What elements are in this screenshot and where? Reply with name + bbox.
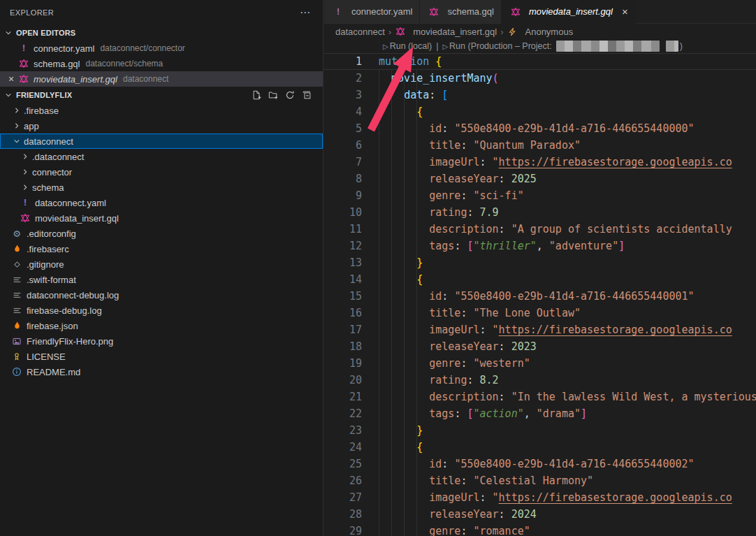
code-line-21[interactable]: 21 description: "In the lawless Wild Wes… <box>324 389 756 405</box>
breadcrumb-item[interactable]: dataconnect <box>335 27 385 37</box>
tab-label: schema.gql <box>447 6 493 17</box>
flame-icon <box>11 243 22 254</box>
close-icon[interactable]: × <box>622 6 628 17</box>
code-line-29[interactable]: 29 genre: "romance" <box>324 523 756 536</box>
code-line-10[interactable]: 10 rating: 7.9 <box>324 204 756 221</box>
open-editors-header[interactable]: OPEN EDITORS <box>0 24 323 41</box>
code-editor[interactable]: 1mutation {2 movie_insertMany(3 data: [4… <box>324 53 756 536</box>
code-line-22[interactable]: 22 tags: ["action", "drama"] <box>324 405 756 422</box>
refresh-icon[interactable] <box>285 90 295 100</box>
breadcrumb-item[interactable]: moviedata_insert.gql <box>395 26 497 37</box>
tree-item-dataconnect[interactable]: dataconnect <box>0 133 323 149</box>
url-link[interactable]: https://firebasestorage.googleapis.co <box>499 491 732 504</box>
code-line-11[interactable]: 11 description: "A group of scientists a… <box>324 221 756 238</box>
code-line-8[interactable]: 8 releaseYear: 2025 <box>324 171 756 187</box>
line-number: 20 <box>324 372 362 389</box>
redacted-project-name <box>556 41 660 52</box>
tree-item--dataconnect[interactable]: .dataconnect <box>0 149 323 164</box>
image-icon <box>11 335 22 347</box>
line-number: 19 <box>324 355 362 372</box>
tree-item-dataconnect-yaml[interactable]: !dataconnect.yaml <box>0 195 323 210</box>
code-line-5[interactable]: 5 id: "550e8400-e29b-41d4-a716-446655440… <box>324 120 756 137</box>
code-line-26[interactable]: 26 title: "Celestial Harmony" <box>324 472 756 489</box>
operation-icon <box>507 26 518 37</box>
more-actions-icon[interactable]: ⋯ <box>297 6 313 19</box>
tree-item-name: dataconnect <box>24 136 73 147</box>
open-editor-item[interactable]: ×moviedata_insert.gqldataconnect <box>0 71 323 87</box>
code-line-18[interactable]: 18 releaseYear: 2023 <box>324 338 756 355</box>
code-line-17[interactable]: 17 imageUrl: "https://firebasestorage.go… <box>324 321 756 338</box>
tree-item--swift-format[interactable]: .swift-format <box>0 272 323 287</box>
tree-item-dataconnect-debug-log[interactable]: dataconnect-debug.log <box>0 287 323 303</box>
code-line-13[interactable]: 13 } <box>324 254 756 271</box>
tree-item--gitignore[interactable]: .gitignore <box>0 256 323 272</box>
project-label: FRIENDLYFLIX <box>16 91 72 99</box>
run-production-link[interactable]: ▷Run (Production – Project:) <box>442 41 682 52</box>
tab-moviedata-insert-gql[interactable]: moviedata_insert.gql× <box>502 0 636 24</box>
open-editor-item[interactable]: schema.gqldataconnect/schema <box>0 56 323 71</box>
code-line-25[interactable]: 25 id: "550e8400-e29b-41d4-a716-44665544… <box>324 456 756 472</box>
new-folder-icon[interactable] <box>268 90 278 100</box>
run-local-link[interactable]: ▷Run (local) <box>383 41 432 51</box>
tree-item-firebase-debug-log[interactable]: firebase-debug.log <box>0 303 323 318</box>
tree-item--firebase[interactable]: .firebase <box>0 103 323 118</box>
url-link[interactable]: https://firebasestorage.googleapis.co <box>499 324 732 336</box>
code-line-4[interactable]: 4 { <box>324 103 756 120</box>
code-line-2[interactable]: 2 movie_insertMany( <box>324 70 756 87</box>
url-link[interactable]: https://firebasestorage.googleapis.co <box>499 156 732 168</box>
code-text: rating: 8.2 <box>362 372 499 389</box>
tree-item-readme-md[interactable]: README.md <box>0 364 323 379</box>
code-line-24[interactable]: 24 { <box>324 439 756 456</box>
tab-schema-gql[interactable]: schema.gql <box>420 0 501 24</box>
tree-item-license[interactable]: LICENSE <box>0 349 323 364</box>
code-text: releaseYear: 2023 <box>362 338 537 355</box>
codelens-separator: | <box>436 41 438 51</box>
code-line-12[interactable]: 12 tags: ["thriller", "adventure"] <box>324 238 756 254</box>
code-line-14[interactable]: 14 { <box>324 271 756 288</box>
new-file-icon[interactable] <box>252 90 261 100</box>
close-icon[interactable]: × <box>4 73 18 85</box>
tree-item-connector[interactable]: connector <box>0 164 323 180</box>
project-section-header[interactable]: FRIENDLYFLIX <box>0 87 323 103</box>
code-line-3[interactable]: 3 data: [ <box>324 87 756 103</box>
git-icon <box>11 259 22 270</box>
tree-item-firebase-json[interactable]: firebase.json <box>0 318 323 333</box>
code-line-23[interactable]: 23 } <box>324 422 756 439</box>
tree-item-friendlyflix-hero-png[interactable]: FriendlyFlix-Hero.png <box>0 333 323 349</box>
tree-item--firebaserc[interactable]: .firebaserc <box>0 241 323 256</box>
code-text: genre: "western" <box>362 355 530 372</box>
tree-item-moviedata-insert-gql[interactable]: moviedata_insert.gql <box>0 210 323 226</box>
code-line-20[interactable]: 20 rating: 8.2 <box>324 372 756 389</box>
breadcrumb-item[interactable]: Anonymous <box>507 26 574 37</box>
tree-item-name: schema <box>32 182 64 193</box>
code-line-15[interactable]: 15 id: "550e8400-e29b-41d4-a716-44665544… <box>324 288 756 305</box>
code-text: { <box>362 439 423 456</box>
open-editors-list: !connector.yamldataconnect/connectorsche… <box>0 41 323 87</box>
tree-item--editorconfig[interactable]: ⚙.editorconfig <box>0 226 323 241</box>
code-line-6[interactable]: 6 title: "Quantum Paradox" <box>324 137 756 154</box>
license-icon <box>11 351 22 362</box>
code-text: title: "Quantum Paradox" <box>362 137 581 154</box>
tree-item-schema[interactable]: schema <box>0 180 323 195</box>
collapse-all-icon[interactable] <box>302 90 312 100</box>
code-line-1[interactable]: 1mutation { <box>324 53 756 70</box>
breadcrumb-label: Anonymous <box>525 27 574 37</box>
explorer-sidebar: EXPLORER ⋯ OPEN EDITORS !connector.yamld… <box>0 0 324 536</box>
open-editor-item[interactable]: !connector.yamldataconnect/connector <box>0 41 323 56</box>
tree-item-app[interactable]: app <box>0 118 323 133</box>
code-line-28[interactable]: 28 releaseYear: 2024 <box>324 506 756 523</box>
yaml-icon: ! <box>333 6 344 17</box>
code-line-16[interactable]: 16 title: "The Lone Outlaw" <box>324 305 756 321</box>
lines-icon <box>11 289 22 300</box>
code-line-9[interactable]: 9 genre: "sci-fi" <box>324 187 756 204</box>
code-line-7[interactable]: 7 imageUrl: "https://firebasestorage.goo… <box>324 154 756 171</box>
code-text: tags: ["thriller", "adventure"] <box>362 238 625 254</box>
tab-connector-yaml[interactable]: !connector.yaml <box>324 0 420 24</box>
line-number: 26 <box>324 472 362 489</box>
line-number: 12 <box>324 238 362 254</box>
code-text: description: "A group of scientists acci… <box>362 221 732 238</box>
tree-item-name: .dataconnect <box>32 152 84 162</box>
code-line-27[interactable]: 27 imageUrl: "https://firebasestorage.go… <box>324 489 756 506</box>
chevron-down-icon <box>3 89 14 101</box>
code-line-19[interactable]: 19 genre: "western" <box>324 355 756 372</box>
